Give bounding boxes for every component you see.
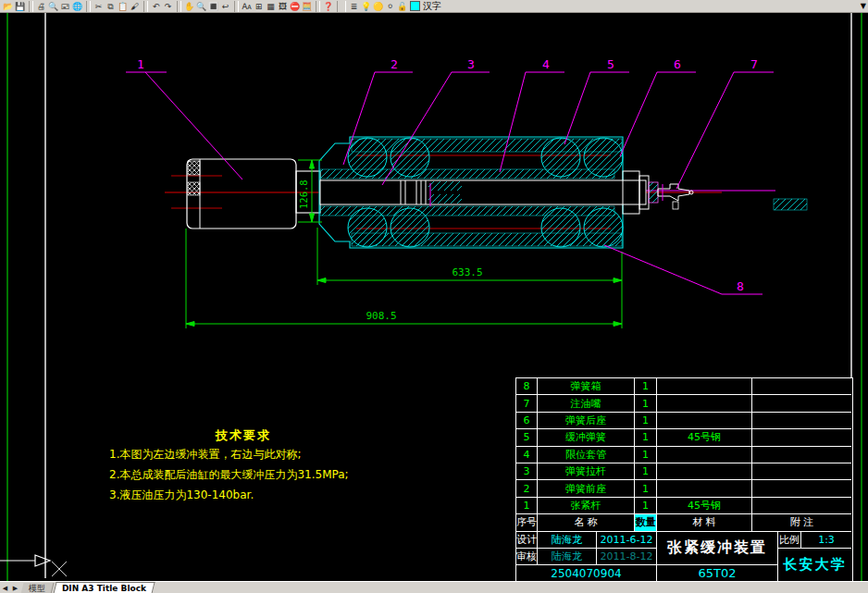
part-name: 弹簧后座 [538,413,635,429]
toolbar-separator [29,1,33,12]
part-no: 6 [516,413,538,429]
part-qty: 1 [635,447,657,463]
scale-label: 比例 [778,532,801,549]
callout-5: 5 [607,57,614,71]
layers-icon[interactable]: ≣ [348,1,360,12]
help-icon[interactable]: ❓ [322,1,334,12]
copy-icon[interactable]: ⧉ [105,1,117,12]
part-material [657,378,752,395]
part-qty: 1 [635,378,657,395]
publish-icon[interactable]: 🖃 [59,1,71,12]
spring-pull-rod[interactable] [320,180,646,204]
drawing-canvas[interactable]: 126.8 633.5 908.5 1 2 3 4 5 6 7 8 [0,13,868,581]
part-material [657,463,752,480]
part-name: 弹簧箱 [538,378,635,395]
pan-icon[interactable]: ✋ [183,1,195,12]
zoom-realtime-icon[interactable]: 🔍 [195,1,207,12]
tab-model[interactable]: 模型 [21,583,55,593]
callout-1: 1 [137,57,144,71]
layout-tab-bar: ◀ ▶ 模型 DIN A3 Title Block [0,581,868,593]
part-qty: 1 [635,463,657,480]
toolbar-separator [177,1,181,12]
rod-hatch-top [188,161,200,175]
spring-coil [584,208,623,247]
calculator-icon[interactable]: 🧮 [301,1,313,12]
part-no: 5 [516,429,538,446]
header-no: 序号 [516,514,538,531]
part-name: 张紧杆 [538,498,635,514]
header-name: 名 称 [538,514,635,531]
callout-6: 6 [674,57,681,71]
tab-nav-prev[interactable]: ◀ [0,585,10,592]
callout-3: 3 [467,57,475,71]
callout-2: 2 [391,57,398,71]
spring-coil [391,208,429,247]
callout-4: 4 [542,57,550,71]
technical-requirements: 技术要求 1.本图为左边缓冲装置，右边与此对称; 2.本总成装配后油缸的最大缓冲… [109,427,378,505]
part-note [752,447,851,463]
toolbar-separator [316,1,320,12]
part-no: 8 [516,378,538,395]
plot-icon[interactable]: 🖨 [35,1,47,12]
tab-layout-din-a3[interactable]: DIN A3 Title Block [53,582,155,593]
table-icon[interactable]: ⊞ [253,1,265,12]
part-name: 限位套管 [538,447,635,463]
open-icon[interactable]: 📂 [2,1,14,12]
layer-on-icon[interactable]: 💡 [360,1,372,12]
zoom-window-icon[interactable]: 🔳 [207,1,219,12]
layer-color-icon[interactable]: 🟡 [372,1,384,12]
part-qty: 1 [635,413,657,429]
toolbar-overflow-icon[interactable]: ▼ [861,2,866,10]
callout-8: 8 [737,279,744,293]
layer-lock-icon[interactable]: 🔓 [396,1,408,12]
match-properties-icon[interactable]: 🖌 [129,1,141,12]
paste-icon[interactable]: 📋 [117,1,129,12]
techreq-title: 技术要求 [109,427,378,444]
layer-freeze-icon[interactable]: ⚪ [384,1,396,12]
part-no: 3 [516,463,538,480]
image-icon[interactable]: 🖼 [277,1,289,12]
header-note: 附 注 [752,514,851,531]
crosshair-cursor [52,562,67,576]
techreq-line-3: 3.液压油压力为130-140bar. [109,485,378,505]
layer-color-swatch[interactable] [410,1,420,11]
save-icon[interactable]: 💾 [14,1,26,12]
dim-text-633-5: 633.5 [452,266,482,278]
part-no: 7 [516,395,538,412]
etransmit-icon[interactable]: 🌐 [71,1,83,12]
part-no: 1 [516,498,538,514]
part-note [752,480,851,497]
part-no: 4 [516,447,538,463]
cut-icon[interactable]: ✂ [93,1,105,12]
zoom-previous-icon[interactable]: ↩ [219,1,231,12]
tension-rod-end[interactable] [187,159,296,229]
render-icon[interactable]: ⛔ [289,1,301,12]
spring-coil [584,138,623,177]
part-name: 注油嘴 [538,395,635,412]
rod-hatch-mid [188,182,200,195]
redo-icon[interactable]: ↷ [162,1,174,12]
dim-style-icon[interactable]: ▦ [265,1,277,12]
toolbar: 📂 💾 🖨 🔍 🖃 🌐 ✂ ⧉ 📋 🖌 ↶ ↷ ✋ 🔍 🔳 ↩ 🗛 ⊞ ▦ 🖼 … [0,0,868,13]
tab-nav-next[interactable]: ▶ [10,585,20,592]
layer-name[interactable]: 汉字 [423,0,441,12]
toolbar-separator [337,1,346,12]
callout-7: 7 [750,57,758,71]
dim-text-908-5: 908.5 [366,310,396,322]
part-no: 2 [516,480,538,497]
toolbar-separator [86,1,91,12]
part-material [657,395,752,412]
university: 长安大学 [778,549,851,582]
spring-coil [348,138,387,177]
part-material [657,480,752,497]
toolbar-separator [143,1,148,12]
toolbar-separator [234,1,239,12]
spell-check-icon[interactable]: 🗛 [241,1,253,12]
design-name: 陆海龙 [538,532,597,549]
undo-icon[interactable]: ↶ [150,1,162,12]
part-name: 弹簧前座 [538,480,635,497]
parts-list: 8 弹簧箱 1 7 注油嘴 1 6 弹簧后座 1 5 缓冲弹簧 1 45号钢 4… [516,378,852,532]
check-date: 2011-8-12 [597,549,657,565]
student-id: 2504070904 [516,565,657,582]
plot-preview-icon[interactable]: 🔍 [47,1,59,12]
